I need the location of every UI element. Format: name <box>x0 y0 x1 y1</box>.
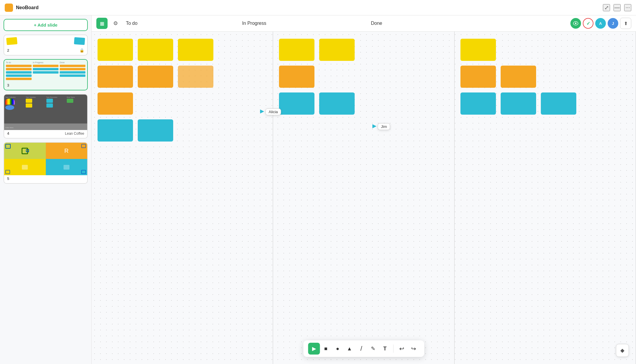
upload-icon: ⬆ <box>624 21 628 26</box>
text-icon: T <box>383 346 387 352</box>
undo-button[interactable]: ↩ <box>396 343 408 355</box>
in-progress-label: In Progress <box>240 21 269 26</box>
inprogress-column <box>273 32 455 364</box>
rect-icon: ■ <box>324 346 327 352</box>
add-slide-button[interactable]: + Add slide <box>4 19 88 31</box>
sticky-done-t1[interactable] <box>460 92 496 115</box>
svg-point-1 <box>575 23 577 24</box>
rect-tool-button[interactable]: ■ <box>320 343 332 355</box>
triangle-tool-button[interactable]: ▲ <box>344 343 356 355</box>
minimize-button[interactable]: — <box>614 4 621 11</box>
sticky-done-o1[interactable] <box>460 66 496 88</box>
sticky-done-t3[interactable] <box>541 92 576 115</box>
main-layout: + Add slide 2 🔒 To do In Progress Don <box>0 15 636 364</box>
canvas-toolbar-top: ▦ ⚙ To do In Progress Done ✓ A <box>92 15 636 32</box>
redo-button[interactable]: ↪ <box>408 343 420 355</box>
sticky-todo-y3[interactable] <box>178 39 213 61</box>
app-title: NeoBoard <box>16 5 38 10</box>
inprogress-row-2 <box>279 66 448 88</box>
slide-3-preview: To do In Progress Done <box>4 60 87 82</box>
slide-2-preview <box>4 35 87 47</box>
todo-column <box>92 32 273 364</box>
done-row-1 <box>460 39 630 61</box>
avatar-j[interactable]: J <box>608 18 618 29</box>
top-bar: NeoBoard ⤢ — ··· <box>0 0 636 15</box>
slide-2-sticky-blue <box>74 37 85 45</box>
canvas-toolbar-right: ✓ A J ⬆ <box>570 18 631 29</box>
sticky-todo-y2[interactable] <box>138 39 173 61</box>
slide-thumb-2[interactable]: 2 🔒 <box>4 35 88 56</box>
todo-row-2 <box>98 66 267 88</box>
sidebar: + Add slide 2 🔒 To do In Progress Don <box>0 15 92 364</box>
done-label: Done <box>369 21 384 26</box>
app-logo <box>5 4 13 12</box>
sticky-ip-o1[interactable] <box>279 66 314 88</box>
inprogress-row-3 <box>279 92 448 115</box>
slide-2-number: 2 🔒 <box>4 47 87 55</box>
slide-4-preview: Topic Collection Topic Selection Topic D… <box>4 95 87 130</box>
sticky-ip-y1[interactable] <box>279 39 314 61</box>
slide-4-number: 4 Lean Coffee <box>4 130 87 138</box>
sticky-todo-o4[interactable] <box>98 92 133 115</box>
settings-button[interactable]: ⚙ <box>110 18 121 29</box>
avatar-check[interactable]: ✓ <box>583 18 593 29</box>
add-slide-label: + Add slide <box>34 22 58 27</box>
line-tool-button[interactable]: / <box>356 343 367 355</box>
slide-thumb-3[interactable]: To do In Progress Done <box>4 59 88 90</box>
help-button[interactable]: ◆ <box>616 344 629 357</box>
sticky-done-y1[interactable] <box>460 39 496 61</box>
circle-tool-button[interactable]: ● <box>332 343 344 355</box>
done-row-2 <box>460 66 630 88</box>
line-icon: / <box>360 345 362 352</box>
bottom-toolbar: ▶ ■ ● ▲ / ✎ T ↩ ↪ <box>304 340 424 357</box>
slide-3-number: 3 <box>4 82 87 90</box>
gear-icon: ⚙ <box>113 20 118 27</box>
maximize-button[interactable]: ⤢ <box>603 4 610 11</box>
redo-icon: ↪ <box>411 345 416 352</box>
sticky-todo-o1[interactable] <box>98 66 133 88</box>
top-bar-right: ⤢ — ··· <box>603 4 631 11</box>
triangle-icon: ▲ <box>347 346 352 352</box>
lock-icon: 🔒 <box>80 48 84 53</box>
done-column <box>455 32 636 364</box>
pen-icon: ✎ <box>371 345 375 352</box>
sticky-done-o2[interactable] <box>501 66 536 88</box>
menu-button[interactable]: ··· <box>624 4 631 11</box>
sticky-todo-o3[interactable] <box>178 66 213 88</box>
done-row-3 <box>460 92 630 115</box>
slide-4-label: Lean Coffee <box>65 131 84 136</box>
sticky-todo-o2[interactable] <box>138 66 173 88</box>
todo-label: To do <box>124 21 140 26</box>
sticky-todo-t1[interactable] <box>98 119 133 142</box>
kanban-view-button[interactable]: ▦ <box>96 18 108 29</box>
slide-thumb-5[interactable]: R 5 <box>4 142 88 184</box>
slide-2-sticky-yellow <box>6 37 17 45</box>
todo-row-1 <box>98 39 267 61</box>
slide-thumb-4[interactable]: Topic Collection Topic Selection Topic D… <box>4 94 88 139</box>
pen-tool-button[interactable]: ✎ <box>367 343 379 355</box>
sticky-ip-t1[interactable] <box>279 92 314 115</box>
select-tool-button[interactable]: ▶ <box>308 343 320 355</box>
kanban-board: ▶ Alicia ▶ Jim <box>92 32 636 364</box>
slide-5-number: 5 <box>4 175 87 183</box>
todo-row-2b <box>98 92 267 115</box>
sticky-todo-t2[interactable] <box>138 119 173 142</box>
sticky-ip-y2[interactable] <box>319 39 355 61</box>
help-icon: ◆ <box>620 347 624 354</box>
slide-5-preview: R <box>4 143 87 175</box>
sticky-ip-t2[interactable] <box>319 92 355 115</box>
inprogress-row-1 <box>279 39 448 61</box>
kanban-icon: ▦ <box>100 21 104 26</box>
select-icon: ▶ <box>312 345 316 352</box>
upload-button[interactable]: ⬆ <box>620 18 631 29</box>
avatar-eye[interactable] <box>570 18 581 29</box>
top-bar-left: NeoBoard <box>5 4 38 12</box>
text-tool-button[interactable]: T <box>379 343 391 355</box>
sticky-done-t2[interactable] <box>501 92 536 115</box>
canvas-toolbar-left: ▦ ⚙ To do In Progress Done <box>96 18 384 29</box>
canvas-area: ▦ ⚙ To do In Progress Done ✓ A <box>92 15 636 364</box>
sticky-todo-y1[interactable] <box>98 39 133 61</box>
toolbar-separator <box>393 344 394 353</box>
circle-icon: ● <box>336 346 339 352</box>
avatar-a[interactable]: A <box>595 18 606 29</box>
